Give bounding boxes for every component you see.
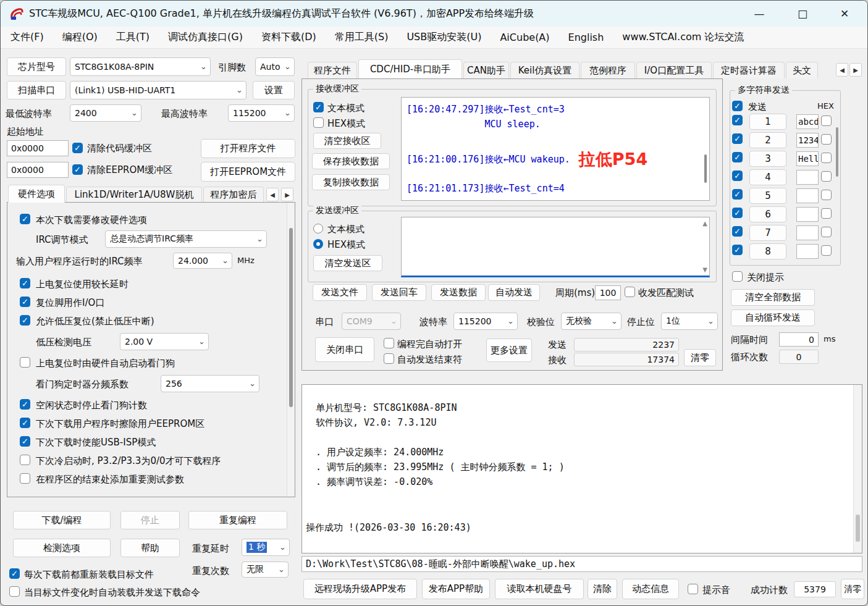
multi-row-checkbox[interactable] — [732, 208, 743, 218]
repeat-count-select[interactable]: 无限⌄ — [242, 562, 289, 578]
com-port-select[interactable]: COM9⌄ — [342, 313, 401, 330]
menu-downloads[interactable]: 资料下载(D) — [261, 31, 316, 44]
scroll-down-icon[interactable]: ▼ — [702, 266, 707, 273]
multi-row-text-input[interactable]: abcd — [796, 114, 819, 129]
recv-hex-mode-checkbox[interactable] — [313, 117, 324, 128]
close-tip-checkbox[interactable] — [732, 271, 743, 282]
copy-receive-button[interactable]: 复制接收数据 — [312, 174, 390, 190]
tab-examples[interactable]: 范例程序 — [581, 62, 635, 78]
code-start-address-input[interactable]: 0x0000 — [7, 140, 69, 156]
tab-header-file[interactable]: 头文 — [786, 62, 818, 78]
baud-rate-select[interactable]: 115200⌄ — [453, 313, 518, 330]
clear-info-button[interactable]: 清除 — [588, 579, 617, 599]
por-long-delay-checkbox[interactable] — [20, 278, 30, 288]
scroll-up-icon[interactable]: ▲ — [702, 220, 707, 227]
send-hex-mode-radio[interactable] — [313, 239, 323, 249]
stop-bits-select[interactable]: 1位⌄ — [661, 313, 718, 330]
menu-usb-driver[interactable]: USB驱动安装(U) — [407, 31, 481, 44]
multi-row-text-input[interactable] — [796, 244, 819, 259]
multi-row-checkbox[interactable] — [732, 226, 743, 237]
clear-receive-button[interactable]: 清空接收区 — [313, 133, 381, 149]
check-options-button[interactable]: 检测选项 — [13, 539, 111, 557]
multi-string-scrollbar-thumb[interactable] — [836, 127, 838, 177]
read-disk-id-button[interactable]: 读取本机硬盘号 — [495, 579, 584, 599]
multi-row-button[interactable]: 6 — [749, 206, 786, 222]
reload-target-file-checkbox[interactable] — [9, 568, 20, 579]
success-clear-button[interactable]: 清零 — [841, 579, 864, 599]
menu-english[interactable]: English — [568, 32, 604, 43]
send-text-mode-radio[interactable] — [313, 224, 323, 234]
clear-eeprom-buffer-checkbox[interactable] — [72, 164, 83, 175]
save-receive-button[interactable]: 保存接收数据 — [312, 153, 390, 169]
menu-file[interactable]: 文件(F) — [11, 31, 44, 44]
pin-count-select[interactable]: Auto⌄ — [255, 57, 295, 76]
send-data-button[interactable]: 发送数据 — [431, 284, 486, 301]
send-enter-button[interactable]: 发送回车 — [372, 284, 426, 301]
tab-scroll-right-button[interactable]: ▶ — [281, 188, 293, 201]
tab-io-config[interactable]: I/O口配置工具 — [636, 62, 712, 78]
chip-model-button[interactable]: 芯片型号 — [7, 57, 66, 76]
multi-row-text-input[interactable] — [796, 207, 819, 222]
minimize-button[interactable]: — — [741, 1, 777, 27]
p32-p33-download-checkbox[interactable] — [20, 455, 30, 465]
multi-row-button[interactable]: 2 — [749, 132, 786, 148]
scrollbar-thumb[interactable] — [289, 228, 293, 407]
period-input[interactable]: 100 — [595, 285, 621, 300]
multi-row-checkbox[interactable] — [732, 245, 743, 255]
multi-row-checkbox[interactable] — [732, 133, 743, 144]
multi-row-button[interactable]: 3 — [749, 151, 786, 167]
tab-can-helper[interactable]: CAN助手 — [463, 62, 509, 78]
tab-program-file[interactable]: 程序文件 — [308, 62, 357, 78]
repeat-delay-select[interactable]: 1 秒⌄ — [242, 539, 290, 556]
scrollbar-thumb[interactable] — [856, 515, 860, 542]
erase-eeprom-checkbox[interactable] — [20, 418, 30, 428]
publish-help-button[interactable]: 发布APP帮助 — [422, 579, 490, 599]
multi-row-text-input[interactable] — [796, 225, 819, 240]
info-output-area[interactable]: 单片机型号: STC8G1K08A-8PIN 软件协议, V2.0: 7.3.1… — [301, 384, 862, 553]
chip-model-select[interactable]: STC8G1K08A-8PIN⌄ — [70, 57, 211, 76]
multi-row-checkbox[interactable] — [732, 170, 743, 181]
multi-row-hex-checkbox[interactable] — [821, 134, 832, 145]
send-textarea[interactable]: ▲ ▼ — [401, 217, 710, 277]
multi-row-button[interactable]: 5 — [749, 188, 786, 204]
open-program-file-button[interactable]: 打开程序文件 — [201, 139, 295, 158]
download-program-button[interactable]: 下载/编程 — [13, 511, 111, 529]
tab-hardware-options[interactable]: 硬件选项 — [8, 185, 65, 203]
tab-scroll-left-button[interactable]: ◀ — [266, 188, 279, 201]
interval-input[interactable]: 0 — [779, 332, 819, 347]
hardware-options-scrollbar[interactable] — [287, 203, 294, 496]
auto-terminator-checkbox[interactable] — [384, 353, 394, 364]
multi-row-checkbox[interactable] — [732, 115, 743, 125]
multi-row-button[interactable]: 8 — [749, 243, 786, 259]
multi-row-text-input[interactable]: 1234 — [796, 133, 819, 148]
multi-row-hex-checkbox[interactable] — [821, 153, 832, 163]
tab-link1d-offline[interactable]: Link1D/Writer1A/U8W脱机 — [66, 187, 202, 203]
auto-send-button[interactable]: 自动发送 — [488, 284, 540, 301]
receive-scrollbar-thumb[interactable] — [704, 154, 707, 183]
tab-keil-settings[interactable]: Keil仿真设置 — [510, 62, 579, 78]
maximize-button[interactable]: □ — [785, 1, 820, 27]
menu-aicube[interactable]: AiCube(A) — [500, 32, 549, 43]
remote-publish-button[interactable]: 远程现场升级APP发布 — [303, 579, 417, 599]
auto-loop-send-button[interactable]: 自动循环发送 — [731, 309, 815, 326]
multi-row-hex-checkbox[interactable] — [821, 245, 832, 256]
tab-program-encrypt[interactable]: 程序加密后 — [203, 187, 264, 203]
serial-port-select[interactable]: (Link1) USB-HID-UART1⌄ — [70, 81, 246, 99]
recv-text-mode-checkbox[interactable] — [313, 102, 324, 112]
clear-all-data-button[interactable]: 清空全部数据 — [731, 289, 815, 306]
modify-hw-options-checkbox[interactable] — [20, 214, 30, 224]
file-path-input[interactable]: D:\Work\Test\STC8G\08-睡眠-外部中断唤醒\wake_up.… — [301, 556, 862, 572]
dynamic-info-button[interactable]: 动态信息 — [622, 579, 679, 599]
auto-open-checkbox[interactable] — [384, 338, 394, 348]
right-tab-scroll-right-button[interactable]: ▶ — [849, 63, 862, 77]
irc-mode-select[interactable]: 总是动态调节IRC频率⌄ — [105, 230, 267, 248]
more-settings-button[interactable]: 更多设置 — [486, 339, 532, 362]
multi-row-button[interactable]: 4 — [749, 169, 786, 185]
autoload-on-change-checkbox[interactable] — [9, 586, 20, 597]
help-button[interactable]: 帮助 — [120, 539, 180, 557]
multi-row-hex-checkbox[interactable] — [821, 116, 832, 126]
multi-row-button[interactable]: 7 — [749, 225, 786, 241]
max-baud-select[interactable]: 115200⌄ — [228, 104, 295, 122]
multi-row-hex-checkbox[interactable] — [821, 171, 832, 182]
close-port-button[interactable]: 关闭串口 — [315, 337, 374, 362]
